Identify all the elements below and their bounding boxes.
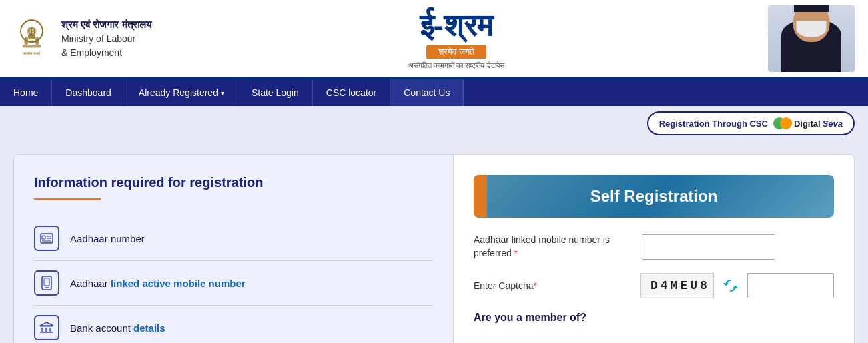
svg-rect-23 xyxy=(40,332,53,333)
logo-subtitle: असंगठित कामगारों का राष्ट्रीय डेटाबेस xyxy=(408,61,504,70)
pm-photo-area xyxy=(761,5,855,72)
aadhaar-number-text: Aadhaar number xyxy=(70,233,145,244)
logo-shram: श्रम xyxy=(444,7,493,44)
nav-already-registered[interactable]: Already Registered ▾ xyxy=(125,79,238,106)
svg-text:सत्यमेव जयते: सत्यमेव जयते xyxy=(23,51,40,55)
self-registration-header: Self Registration xyxy=(474,175,834,218)
ministry-hindi-name: श्रम एवं रोजगार मंत्रालय xyxy=(61,17,151,33)
eshram-logo: ई- श्रम श्रमेव जयते असंगठित कामगारों का … xyxy=(408,7,504,70)
nav-state-login[interactable]: State Login xyxy=(238,79,313,106)
list-item: Bank account details xyxy=(34,306,433,343)
mobile-number-input[interactable] xyxy=(642,234,775,260)
seva-text: Seva xyxy=(823,119,843,129)
mobile-number-text: Aadhaar linked active mobile number xyxy=(70,278,246,289)
digital-seva-logo: Digital Seva xyxy=(773,117,843,130)
digital-text: Digital xyxy=(794,119,821,129)
ministry-english-name: Ministry of Labour xyxy=(61,32,151,46)
logo-tagline: श्रमेव जयते xyxy=(426,45,486,59)
captcha-label: Enter Captcha* xyxy=(474,280,634,291)
member-question-label: Are you a member of? xyxy=(474,312,834,324)
nav-csc-locator[interactable]: CSC locator xyxy=(313,79,390,106)
page-header: सत्यमेव जयते श्रम एवं रोजगार मंत्रालय Mi… xyxy=(0,0,868,79)
svg-rect-3 xyxy=(35,37,39,45)
nav-dashboard[interactable]: Dashboard xyxy=(52,79,125,106)
dropdown-arrow-icon: ▾ xyxy=(221,89,224,97)
self-registration-title: Self Registration xyxy=(494,187,814,206)
eshram-logo-area: ई- श्रम श्रमेव जयते असंगठित कामगारों का … xyxy=(408,7,504,70)
nav-contact-us[interactable]: Contact Us xyxy=(390,79,464,106)
mobile-icon xyxy=(34,270,59,296)
registration-panel: Self Registration Aadhaar linked mobile … xyxy=(454,154,855,343)
emblem-icon: सत्यमेव जयते xyxy=(13,19,53,59)
bank-icon xyxy=(34,315,59,340)
csc-button-bar: Registration Through CSC Digital Seva xyxy=(0,106,868,141)
title-underline-decoration xyxy=(34,198,101,200)
logo-prefix: ई- xyxy=(420,7,444,44)
svg-rect-4 xyxy=(28,34,35,39)
info-panel-title: Information required for registration xyxy=(34,175,433,190)
svg-rect-22 xyxy=(49,328,51,332)
captcha-refresh-button[interactable] xyxy=(721,275,741,296)
nav-home[interactable]: Home xyxy=(0,79,52,106)
captcha-required-marker: * xyxy=(534,280,537,291)
csc-registration-button[interactable]: Registration Through CSC Digital Seva xyxy=(647,111,855,135)
csc-button-text: Registration Through CSC xyxy=(659,119,768,129)
bank-account-text: Bank account details xyxy=(70,322,165,334)
main-navbar: Home Dashboard Already Registered ▾ Stat… xyxy=(0,79,868,106)
ds-orange-circle-icon xyxy=(780,117,792,129)
list-item: Aadhaar linked active mobile number xyxy=(34,261,433,306)
svg-rect-8 xyxy=(23,45,41,48)
svg-marker-18 xyxy=(40,322,53,326)
svg-rect-17 xyxy=(44,278,49,286)
svg-rect-21 xyxy=(45,328,47,332)
svg-rect-20 xyxy=(41,328,43,332)
mobile-required-marker: * xyxy=(514,248,518,258)
captcha-field-row: Enter Captcha* D4MEU8 xyxy=(474,273,834,298)
captcha-input[interactable] xyxy=(747,273,834,298)
id-card-icon xyxy=(34,226,59,251)
mobile-number-field-row: Aadhaar linked mobile number is preferre… xyxy=(474,234,834,260)
ministry-english-name2: & Employment xyxy=(61,46,151,60)
info-panel: Information required for registration Aa… xyxy=(13,154,454,343)
mobile-label: Aadhaar linked mobile number is preferre… xyxy=(474,234,634,260)
main-content-area: Information required for registration Aa… xyxy=(0,141,868,343)
captcha-image: D4MEU8 xyxy=(640,273,714,298)
ministry-text-block: श्रम एवं रोजगार मंत्रालय Ministry of Lab… xyxy=(61,17,151,61)
svg-rect-11 xyxy=(42,236,45,239)
svg-rect-19 xyxy=(40,326,53,327)
ministry-logo-area: सत्यमेव जयते श्रम एवं रोजगार मंत्रालय Mi… xyxy=(13,17,151,61)
svg-rect-2 xyxy=(25,37,29,45)
list-item: Aadhaar number xyxy=(34,216,433,261)
